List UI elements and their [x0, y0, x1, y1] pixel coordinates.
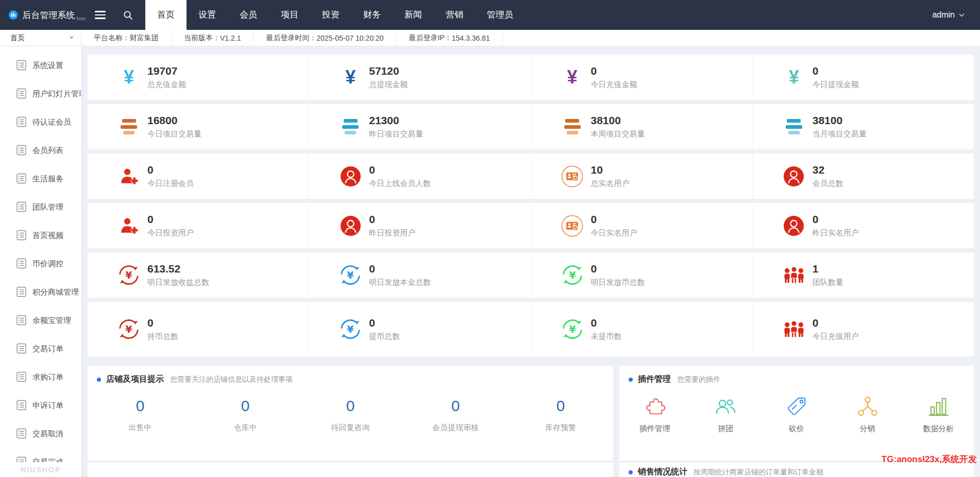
- sidebar-item-会员列表[interactable]: 会员列表: [0, 137, 81, 165]
- plugin-插件管理[interactable]: 插件管理: [619, 395, 690, 434]
- chevron-down-icon: [959, 13, 965, 17]
- stat-text: 0今日提现金额: [813, 65, 859, 89]
- niushop-logo: NIUSHOP: [0, 462, 81, 477]
- shop-stat: 0仓库中: [193, 397, 298, 433]
- info-label: 当前版本：: [184, 33, 220, 43]
- sidebar-item-币价调控[interactable]: 币价调控: [0, 250, 81, 278]
- id-card-icon: [560, 214, 585, 237]
- list-icon: [16, 116, 26, 129]
- stat-label: 昨日投资用户: [369, 228, 415, 238]
- sidebar-item-label: 生活服务: [32, 174, 63, 184]
- stat-text: 0昨日投资用户: [369, 213, 415, 237]
- nav-tab-新闻[interactable]: 新闻: [393, 0, 434, 30]
- nav-tab-投资[interactable]: 投资: [310, 0, 351, 30]
- shop-stat-value: 0: [451, 397, 460, 415]
- plugin-panel: 插件管理 您需要的插件 插件管理拼团砍价分销数据分析: [619, 366, 974, 461]
- user-circle-icon: [338, 215, 363, 236]
- search-icon[interactable]: [123, 10, 133, 20]
- sidebar-item-交易取消[interactable]: 交易取消: [0, 420, 81, 448]
- stat-value: 0: [591, 317, 622, 329]
- stat-label: 明日发放收益总数: [147, 278, 209, 287]
- stat-card: 0今日注册会员: [88, 154, 309, 199]
- stat-value: 0: [369, 317, 400, 329]
- plugin-label: 砍价: [789, 424, 804, 434]
- sidebar-item-生活服务[interactable]: 生活服务: [0, 165, 81, 193]
- yuan-icon: ¥: [338, 68, 363, 87]
- sidebar-section-dropdown[interactable]: 首页: [0, 30, 81, 46]
- stat-label: 今日实名用户: [591, 228, 637, 238]
- nav-tab-设置[interactable]: 设置: [187, 0, 228, 30]
- stat-text: 0今日充值金额: [591, 65, 637, 89]
- stat-label: 今日投资用户: [147, 228, 194, 238]
- plugin-砍价[interactable]: 砍价: [761, 395, 832, 434]
- main-content: ¥19707总充值金额¥57120总提现金额¥0今日充值金额¥0今日提现金额16…: [81, 46, 980, 477]
- nav-tab-项目[interactable]: 项目: [269, 0, 310, 30]
- bullet-dot-icon: [97, 378, 101, 382]
- user-circle-icon: [338, 166, 363, 187]
- info-value: V1.2.1: [220, 34, 241, 42]
- user-plus-icon: [116, 167, 141, 186]
- plugin-label: 数据分析: [923, 424, 954, 434]
- sidebar-item-用户幻灯片管理[interactable]: 用户幻灯片管理: [0, 80, 81, 108]
- nav-tab-会员[interactable]: 会员: [228, 0, 269, 30]
- plugin-拼团[interactable]: 拼团: [690, 395, 762, 434]
- sidebar-item-求购订单[interactable]: 求购订单: [0, 363, 81, 391]
- plugin-label: 拼团: [718, 424, 733, 434]
- list-icon: [16, 60, 26, 72]
- sidebar-item-label: 会员列表: [32, 146, 63, 156]
- user-menu[interactable]: admin: [932, 10, 965, 20]
- stat-label: 今日提现金额: [813, 80, 859, 90]
- info-segment: 最后登录时间：2025-05-07 10:20:20: [254, 30, 396, 46]
- logo-icon: [8, 9, 18, 21]
- bars-icon: [338, 118, 363, 135]
- sidebar-item-待认证会员[interactable]: 待认证会员: [0, 108, 81, 137]
- info-segment: 最后登录IP：154.3.36.81: [396, 30, 502, 46]
- stat-text: 38100本周项目交易量: [591, 114, 645, 139]
- shop-stat: 0库存预警: [508, 397, 613, 433]
- shop-stat-label: 库存预警: [545, 423, 576, 433]
- nav-tab-财务[interactable]: 财务: [351, 0, 393, 30]
- sidebar-item-交易订单[interactable]: 交易订单: [0, 335, 81, 363]
- bars-icon: [560, 118, 585, 135]
- sidebar-item-申诉订单[interactable]: 申诉订单: [0, 391, 81, 420]
- stat-card: ¥0今日提现金额: [752, 55, 974, 100]
- plugin-数据分析[interactable]: 数据分析: [903, 395, 974, 434]
- stat-value: 1: [813, 263, 843, 275]
- sidebar-item-系统设置[interactable]: 系统设置: [0, 52, 81, 80]
- chart-bars-icon: [927, 395, 950, 420]
- sidebar-item-积分商城管理[interactable]: 积分商城管理: [0, 278, 81, 306]
- nav-tab-营销[interactable]: 营销: [434, 0, 475, 30]
- sidebar-item-团队管理[interactable]: 团队管理: [0, 193, 81, 222]
- shop-stat: 0会员提现审核: [403, 397, 508, 433]
- stats-row: 0今日投资用户0昨日投资用户0今日实名用户0昨日实名用户: [88, 203, 974, 248]
- stat-label: 今日充值用户: [813, 332, 859, 342]
- yuan-icon: ¥: [116, 68, 141, 87]
- nav-tab-管理员[interactable]: 管理员: [475, 0, 525, 30]
- teamwork-icon: [714, 395, 737, 420]
- stat-card: 0今日投资用户: [88, 203, 309, 248]
- menu-toggle-icon[interactable]: [95, 11, 106, 19]
- sidebar-item-首页视频[interactable]: 首页视频: [0, 222, 81, 250]
- sidebar-item-交易完成[interactable]: 交易完成: [0, 448, 81, 462]
- shop-stat-value: 0: [556, 397, 565, 415]
- svg-text:¥: ¥: [347, 323, 354, 335]
- nav-tab-首页[interactable]: 首页: [145, 0, 187, 30]
- sidebar: 系统设置用户幻灯片管理待认证会员会员列表生活服务团队管理首页视频币价调控积分商城…: [0, 46, 81, 477]
- stat-value: 57120: [369, 65, 408, 77]
- plugin-分销[interactable]: 分销: [832, 395, 903, 434]
- stat-value: 0: [369, 164, 431, 176]
- sidebar-item-label: 首页视频: [32, 231, 63, 241]
- users-group-icon: [782, 318, 806, 340]
- coin-cycle-icon: ¥: [560, 264, 585, 286]
- stat-label: 昨日项目交易量: [369, 129, 423, 139]
- caret-down-icon: [70, 37, 74, 39]
- sidebar-section-title: 首页: [10, 33, 25, 43]
- stat-card: 1团队数量: [752, 252, 974, 298]
- stat-label: 今日注册会员: [147, 179, 194, 189]
- sidebar-item-余额宝管理[interactable]: 余额宝管理: [0, 306, 81, 335]
- info-segment: 平台名称：财富集团: [81, 30, 172, 46]
- info-value: 154.3.36.81: [452, 34, 490, 42]
- shop-stats: 0出售中0仓库中0待回复咨询0会员提现审核0库存预警: [88, 397, 613, 433]
- stat-card: 10总实名用户: [531, 154, 752, 199]
- stat-value: 0: [147, 164, 194, 176]
